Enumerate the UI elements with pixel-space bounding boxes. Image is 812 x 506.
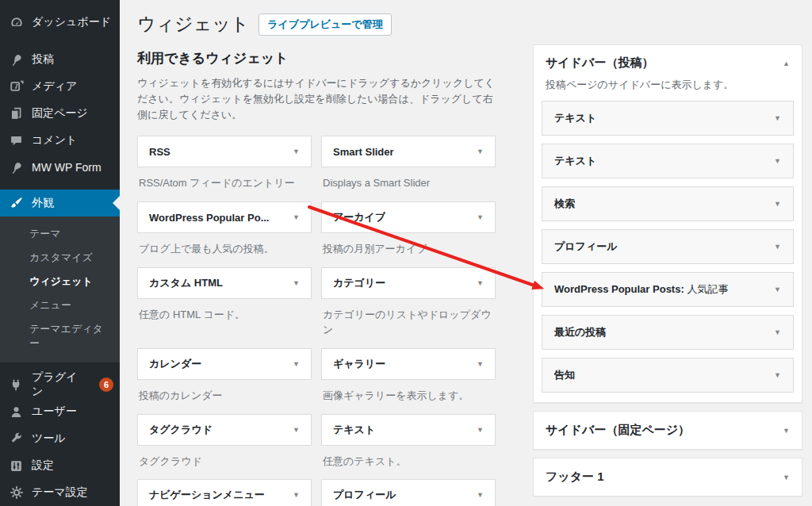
plugin-icon: [9, 378, 24, 393]
sidebar-item-label: 投稿: [32, 52, 54, 67]
submenu-item-widgets[interactable]: ウィジェット: [0, 270, 120, 293]
chevron-down-icon[interactable]: ▼: [774, 157, 781, 165]
sidebar-item-label: プラグイン: [32, 370, 86, 399]
chevron-down-icon[interactable]: ▼: [293, 491, 300, 499]
sidebar-item-label: メディア: [32, 79, 77, 94]
chevron-down-icon[interactable]: ▼: [774, 286, 781, 293]
widget-card-tag-cloud[interactable]: タグクラウド ▼: [137, 414, 312, 446]
chevron-down-icon[interactable]: ▼: [783, 473, 790, 481]
sidebar-item-appearance[interactable]: 外観: [0, 190, 120, 217]
chevron-down-icon[interactable]: ▼: [774, 243, 781, 251]
panel-title: サイドバー（投稿）: [546, 56, 653, 71]
chevron-down-icon[interactable]: ▼: [293, 360, 300, 368]
widget-description: カテゴリーのリストやドロップダウン: [323, 308, 494, 338]
sidebar-item-label: 外観: [32, 196, 54, 210]
comment-icon: [9, 133, 24, 148]
sidebar-widget-text-2[interactable]: テキスト ▼: [542, 144, 794, 178]
chevron-down-icon[interactable]: ▼: [477, 213, 484, 221]
submenu-item-menus[interactable]: メニュー: [0, 293, 120, 317]
chevron-down-icon[interactable]: ▼: [783, 427, 790, 435]
widgets-page: ウィジェット ライブプレビューで管理 利用できるウィジェット ウィジェットを有効…: [120, 0, 812, 506]
sidebar-widget-recent-posts[interactable]: 最近の投稿 ▼: [542, 315, 794, 350]
submenu-item-themes[interactable]: テーマ: [0, 222, 120, 246]
panel-description: 投稿ページのサイドバーに表示します。: [534, 78, 802, 101]
sidebar-item-pages[interactable]: 固定ページ: [0, 100, 120, 127]
available-widgets-section: 利用できるウィジェット ウィジェットを有効化するにはサイドバーにドラッグするかク…: [137, 44, 496, 506]
sidebar-item-users[interactable]: ユーザー: [0, 398, 120, 425]
widget-card-wp-popular-posts[interactable]: WordPress Popular Po... ▼: [137, 201, 312, 233]
chevron-down-icon[interactable]: ▼: [477, 491, 484, 499]
sidebar-item-label: ダッシュボード: [32, 15, 111, 29]
sidebar-areas-column: サイドバー（投稿） ▲ 投稿ページのサイドバーに表示します。 テキスト ▼ テキ…: [533, 44, 802, 504]
chevron-down-icon[interactable]: ▼: [477, 360, 484, 368]
sidebar-widget-wp-popular-posts[interactable]: WordPress Popular Posts: 人気記事 ▼: [542, 272, 794, 307]
panel-header-pages[interactable]: サイドバー（固定ページ） ▼: [534, 412, 802, 449]
widget-card-categories[interactable]: カテゴリー ▼: [321, 267, 496, 299]
sidebar-widget-text-1[interactable]: テキスト ▼: [542, 101, 794, 136]
wrench-icon: [9, 431, 24, 447]
chevron-down-icon[interactable]: ▼: [477, 279, 484, 287]
chevron-down-icon[interactable]: ▼: [293, 279, 300, 287]
page-title: ウィジェット: [137, 12, 249, 36]
widget-card-text[interactable]: テキスト ▼: [321, 414, 496, 446]
chevron-down-icon[interactable]: ▼: [477, 148, 484, 155]
chevron-down-icon[interactable]: ▼: [774, 328, 781, 336]
sidebar-panel-footer-1: フッター 1 ▼: [533, 458, 802, 496]
sidebar-widget-profile[interactable]: プロフィール ▼: [542, 229, 794, 264]
manage-live-preview-button[interactable]: ライブプレビューで管理: [259, 13, 391, 36]
widget-card-navigation-menu[interactable]: ナビゲーションメニュー ▼: [137, 479, 312, 506]
widget-card-archives[interactable]: アーカイブ ▼: [321, 201, 496, 233]
sliders-icon: [9, 458, 24, 473]
chevron-down-icon[interactable]: ▼: [293, 426, 300, 434]
sidebar-item-tools[interactable]: ツール: [0, 425, 120, 452]
widget-description: 任意のテキスト。: [323, 454, 494, 470]
user-icon: [9, 404, 24, 420]
sidebar-item-label: テーマ設定: [32, 485, 88, 500]
sidebar-item-posts[interactable]: 投稿: [0, 46, 120, 73]
submenu-item-customize[interactable]: カスタマイズ: [0, 246, 120, 270]
widget-card-calendar[interactable]: カレンダー ▼: [137, 348, 312, 380]
sidebar-item-label: コメント: [32, 133, 77, 148]
sidebar-panel-pages: サイドバー（固定ページ） ▼: [533, 411, 802, 450]
panel-title: フッター 1: [546, 470, 604, 485]
chevron-up-icon[interactable]: ▲: [783, 59, 790, 67]
sidebar-item-theme-settings[interactable]: テーマ設定: [0, 479, 120, 506]
chevron-down-icon[interactable]: ▼: [293, 148, 300, 155]
widget-card-smart-slider[interactable]: Smart Slider ▼: [321, 136, 496, 167]
sidebar-item-label: MW WP Form: [32, 161, 102, 174]
page-header: ウィジェット ライブプレビューで管理: [137, 12, 802, 36]
sidebar-item-media[interactable]: メディア: [0, 73, 120, 100]
widget-description: 任意の HTML コード。: [139, 308, 310, 323]
panel-header-posts[interactable]: サイドバー（投稿） ▲: [534, 45, 802, 78]
submenu-item-theme-editor[interactable]: テーマエディター: [0, 317, 120, 355]
widget-description: タグクラウド: [139, 454, 310, 470]
chevron-down-icon[interactable]: ▼: [293, 213, 300, 221]
sidebar-item-comments[interactable]: コメント: [0, 127, 120, 154]
media-icon: [9, 79, 24, 94]
sidebar-item-label: ツール: [32, 431, 66, 446]
widget-description: 画像ギャラリーを表示します。: [323, 389, 494, 404]
sidebar-item-plugins[interactable]: プラグイン 6: [0, 371, 120, 398]
brush-icon: [9, 196, 24, 211]
sidebar-item-mw-wp-form[interactable]: MW WP Form: [0, 154, 120, 181]
chevron-down-icon[interactable]: ▼: [774, 371, 781, 379]
sidebar-widget-search[interactable]: 検索 ▼: [542, 186, 794, 221]
sidebar-widget-notice[interactable]: 告知 ▼: [542, 358, 794, 393]
panel-header-footer-1[interactable]: フッター 1 ▼: [534, 458, 802, 496]
dashboard-icon: [9, 15, 24, 30]
widget-card-custom-html[interactable]: カスタム HTML ▼: [137, 267, 312, 299]
sidebar-item-dashboard[interactable]: ダッシュボード: [0, 9, 120, 36]
sidebar-panel-posts: サイドバー（投稿） ▲ 投稿ページのサイドバーに表示します。 テキスト ▼ テキ…: [533, 44, 802, 403]
widget-description: Displays a Smart Slider: [323, 176, 494, 191]
sidebar-item-settings[interactable]: 設定: [0, 452, 120, 479]
widget-card-rss[interactable]: RSS ▼: [137, 136, 312, 167]
chevron-down-icon[interactable]: ▼: [774, 114, 781, 122]
chevron-down-icon[interactable]: ▼: [774, 200, 781, 208]
sidebar-item-label: 設定: [32, 458, 54, 473]
widget-card-profile[interactable]: プロフィール ▼: [321, 479, 496, 506]
widget-card-gallery[interactable]: ギャラリー ▼: [321, 348, 496, 380]
pushpin-icon: [9, 52, 24, 67]
pushpin-icon: [9, 160, 24, 175]
panel-title: サイドバー（固定ページ）: [546, 423, 690, 438]
chevron-down-icon[interactable]: ▼: [477, 426, 484, 434]
